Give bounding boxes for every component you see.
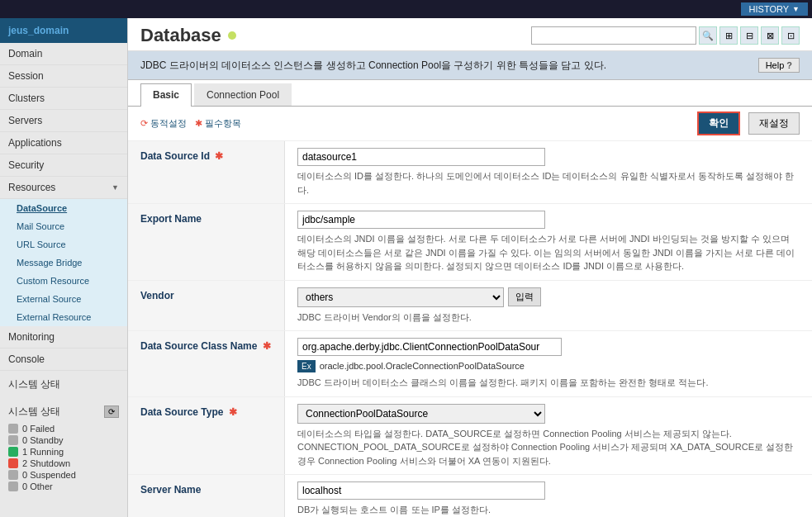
input-server-name[interactable] <box>297 481 545 500</box>
toolbar-btn-3[interactable]: ⊠ <box>761 26 779 45</box>
status-dot-other <box>8 481 18 491</box>
content-datasource-id: 데이터소스의 ID를 설정한다. 하나의 도메인에서 데이터소스 ID는 데이터… <box>285 141 812 203</box>
status-item-running: 1 Running <box>8 447 119 457</box>
tabs-container: Basic Connection Pool <box>128 80 812 107</box>
required-marker-class: ✱ <box>263 340 271 352</box>
autocomplete-hint: Ex <box>297 360 316 372</box>
confirm-button[interactable]: 확인 <box>697 111 740 135</box>
status-dot-shutdown <box>8 458 18 468</box>
content-type: ConnectionPoolDataSource 데이터소스의 타입을 설정한다… <box>285 397 812 475</box>
type-select[interactable]: ConnectionPoolDataSource <box>297 404 545 424</box>
search-input[interactable] <box>531 26 696 45</box>
input-class-name[interactable] <box>297 338 562 356</box>
vendor-select[interactable]: others <box>297 287 504 307</box>
system-status: 시스템 상태 ⟳ 0 Failed 0 Standby 1 Running <box>0 398 127 500</box>
required-marker-type: ✱ <box>229 406 237 418</box>
form-row-datasource-id: Data Source Id ✱ 데이터소스의 ID를 설정한다. 하나의 도메… <box>128 141 812 204</box>
help-button[interactable]: Help ? <box>758 58 800 73</box>
sidebar: jeus_domain Domain Session Clusters Serv… <box>0 18 128 517</box>
content-server-name: DB가 실행되는 호스트 이름 또는 IP를 설정한다. <box>285 475 812 517</box>
sidebar-sub-datasource[interactable]: DataSource <box>0 199 127 217</box>
dynamic-setting-link[interactable]: ⟳ 동적설정 <box>140 117 187 130</box>
input-export-name[interactable] <box>297 211 545 229</box>
content-area: Database 🔍 ⊞ ⊟ ⊠ ⊡ JDBC 드라이버의 데이터소스 인스턴스… <box>128 18 812 517</box>
form-row-type: Data Source Type ✱ ConnectionPoolDataSou… <box>128 397 812 476</box>
required-marker: ✱ <box>215 150 223 162</box>
sidebar-item-servers[interactable]: Servers <box>0 110 127 132</box>
type-row: ConnectionPoolDataSource <box>297 404 800 424</box>
status-item-failed: 0 Failed <box>8 424 119 434</box>
sidebar-item-console[interactable]: Console <box>0 349 127 371</box>
desc-class-name: JDBC 드라이버 데이터소스 클래스의 이름을 설정한다. 패키지 이름을 포… <box>297 376 800 390</box>
sidebar-item-security[interactable]: Security <box>0 154 127 177</box>
sidebar-item-domain[interactable]: Domain <box>0 43 127 65</box>
sidebar-item-session[interactable]: Session <box>0 65 127 88</box>
label-type: Data Source Type ✱ <box>128 397 285 475</box>
desc-export-name: 데이터소스의 JNDI 이름을 설정한다. 서로 다른 두 데이터소스가 서로 … <box>297 232 800 273</box>
status-item-suspended: 0 Suspended <box>8 470 119 480</box>
system-status-title: 시스템 상태 <box>8 405 60 419</box>
sidebar-sub-external-resource[interactable]: External Resource <box>0 308 127 326</box>
toolbar: 🔍 ⊞ ⊟ ⊠ ⊡ <box>531 26 800 45</box>
autocomplete-value: oracle.jdbc.pool.OracleConnectionPoolDat… <box>320 361 525 371</box>
sidebar-item-clusters[interactable]: Clusters <box>0 88 127 110</box>
title-dot <box>228 31 236 40</box>
label-class-name: Data Source Class Name ✱ <box>128 331 285 396</box>
form-row-class-name: Data Source Class Name ✱ Ex oracle.jdbc.… <box>128 331 812 397</box>
status-item-other: 0 Other <box>8 481 119 491</box>
toolbar-search-button[interactable]: 🔍 <box>699 26 717 45</box>
page-title: Database <box>140 25 236 46</box>
required-link[interactable]: ✱ 필수항목 <box>195 117 241 130</box>
toolbar-btn-1[interactable]: ⊞ <box>719 26 738 45</box>
vendor-enter-button[interactable]: 입력 <box>508 287 541 306</box>
label-datasource-id: Data Source Id ✱ <box>128 141 285 203</box>
toolbar-btn-4[interactable]: ⊡ <box>781 26 800 45</box>
app-container: HISTORY jeus_domain Domain Session Clust… <box>0 0 812 517</box>
status-section-label: 시스템 상태 <box>0 371 127 398</box>
status-item-shutdown: 2 Shutdown <box>8 458 119 468</box>
sidebar-domain[interactable]: jeus_domain <box>0 18 127 43</box>
label-vendor: Vendor <box>128 281 285 331</box>
form-row-server-name: Server Name DB가 실행되는 호스트 이름 또는 IP를 설정한다. <box>128 475 812 517</box>
main-layout: jeus_domain Domain Session Clusters Serv… <box>0 18 812 517</box>
status-dot-standby <box>8 435 18 445</box>
sidebar-sub-external-source[interactable]: External Source <box>0 290 127 308</box>
sidebar-sub-custom-resource[interactable]: Custom Resource <box>0 272 127 290</box>
form-row-export-name: Export Name 데이터소스의 JNDI 이름을 설정한다. 서로 다른 … <box>128 204 812 281</box>
form-area: ⟳ 동적설정 ✱ 필수항목 확인 재설정 Data Source Id <box>128 107 812 517</box>
history-button[interactable]: HISTORY <box>741 2 808 16</box>
info-bar: JDBC 드라이버의 데이터소스 인스턴스를 생성하고 Connection P… <box>128 51 812 80</box>
sidebar-item-applications[interactable]: Applications <box>0 132 127 154</box>
status-refresh-button[interactable]: ⟳ <box>104 406 119 418</box>
label-export-name: Export Name <box>128 204 285 280</box>
label-server-name: Server Name <box>128 475 285 517</box>
vendor-row: others 입력 <box>297 287 800 307</box>
tab-basic[interactable]: Basic <box>140 83 192 107</box>
desc-server-name: DB가 실행되는 호스트 이름 또는 IP를 설정한다. <box>297 503 800 517</box>
status-item-standby: 0 Standby <box>8 435 119 445</box>
toolbar-btn-2[interactable]: ⊟ <box>740 26 758 45</box>
sidebar-item-resources[interactable]: Resources <box>0 177 127 199</box>
sidebar-sub-url-source[interactable]: URL Source <box>0 235 127 254</box>
content-vendor: others 입력 JDBC 드라이버 Vendor의 이름을 설정한다. <box>285 281 812 331</box>
content-header: Database 🔍 ⊞ ⊟ ⊠ ⊡ <box>128 18 812 51</box>
action-bar: ⟳ 동적설정 ✱ 필수항목 확인 재설정 <box>128 107 812 141</box>
status-dot-running <box>8 447 18 457</box>
content-class-name: Ex oracle.jdbc.pool.OracleConnectionPool… <box>285 331 812 396</box>
content-export-name: 데이터소스의 JNDI 이름을 설정한다. 서로 다른 두 데이터소스가 서로 … <box>285 204 812 280</box>
tab-connection-pool[interactable]: Connection Pool <box>194 83 292 106</box>
input-datasource-id[interactable] <box>297 148 545 166</box>
desc-vendor: JDBC 드라이버 Vendor의 이름을 설정한다. <box>297 311 800 325</box>
reset-button[interactable]: 재설정 <box>748 112 800 135</box>
sidebar-sub-mail-source[interactable]: Mail Source <box>0 217 127 235</box>
form-row-vendor: Vendor others 입력 JDBC 드라이버 Vendor의 이름을 설… <box>128 281 812 332</box>
info-text: JDBC 드라이버의 데이터소스 인스턴스를 생성하고 Connection P… <box>140 59 606 73</box>
sidebar-item-monitoring[interactable]: Monitoring <box>0 326 127 349</box>
desc-datasource-id: 데이터소스의 ID를 설정한다. 하나의 도메인에서 데이터소스 ID는 데이터… <box>297 169 800 197</box>
top-bar: HISTORY <box>0 0 812 18</box>
desc-type: 데이터소스의 타입을 설정한다. DATA_SOURCE로 설정하면 Conne… <box>297 427 800 468</box>
status-dot-failed <box>8 424 18 434</box>
sidebar-sub-message-bridge[interactable]: Message Bridge <box>0 254 127 272</box>
status-dot-suspended <box>8 470 18 480</box>
